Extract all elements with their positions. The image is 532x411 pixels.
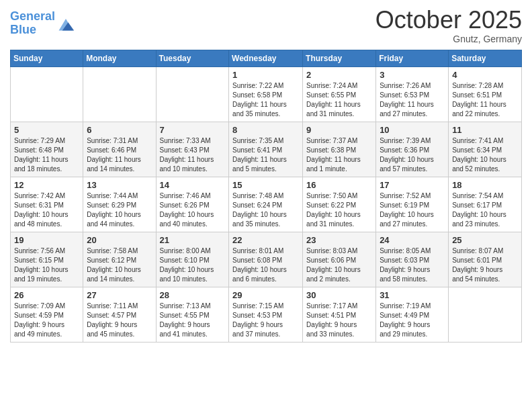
day-info: Sunrise: 7:31 AM Sunset: 6:46 PM Dayligh… [87, 136, 152, 174]
day-info: Sunrise: 7:17 AM Sunset: 4:51 PM Dayligh… [306, 302, 372, 339]
calendar-day-cell: 9Sunrise: 7:37 AM Sunset: 6:38 PM Daylig… [303, 122, 376, 177]
day-number: 21 [160, 235, 226, 245]
day-number: 13 [87, 180, 152, 190]
day-number: 24 [380, 235, 445, 245]
calendar-empty-cell [11, 66, 83, 122]
calendar-day-cell: 31Sunrise: 7:19 AM Sunset: 4:49 PM Dayli… [376, 287, 449, 342]
logo-icon [56, 14, 75, 33]
day-number: 22 [232, 235, 299, 245]
day-info: Sunrise: 8:00 AM Sunset: 6:10 PM Dayligh… [160, 246, 226, 284]
calendar-day-cell: 5Sunrise: 7:29 AM Sunset: 6:48 PM Daylig… [11, 122, 83, 177]
day-number: 19 [14, 235, 79, 245]
day-info: Sunrise: 7:33 AM Sunset: 6:43 PM Dayligh… [160, 136, 226, 174]
page: General Blue October 2025 Gnutz, Germany… [0, 0, 532, 411]
day-number: 26 [14, 290, 79, 300]
calendar-day-cell: 2Sunrise: 7:24 AM Sunset: 6:55 PM Daylig… [303, 66, 376, 122]
day-info: Sunrise: 8:05 AM Sunset: 6:03 PM Dayligh… [380, 246, 445, 284]
day-number: 25 [452, 235, 518, 245]
day-info: Sunrise: 7:11 AM Sunset: 4:57 PM Dayligh… [87, 302, 152, 339]
calendar-day-cell: 14Sunrise: 7:46 AM Sunset: 6:26 PM Dayli… [156, 177, 229, 232]
day-number: 17 [380, 180, 445, 190]
calendar-day-cell: 19Sunrise: 7:56 AM Sunset: 6:15 PM Dayli… [11, 232, 83, 287]
day-info: Sunrise: 8:01 AM Sunset: 6:08 PM Dayligh… [232, 246, 299, 284]
day-info: Sunrise: 7:37 AM Sunset: 6:38 PM Dayligh… [306, 136, 372, 174]
logo-line2: Blue [10, 23, 36, 36]
day-info: Sunrise: 7:15 AM Sunset: 4:53 PM Dayligh… [232, 302, 299, 339]
day-number: 23 [306, 235, 372, 245]
day-number: 20 [87, 235, 152, 245]
day-number: 11 [452, 125, 518, 135]
day-info: Sunrise: 8:03 AM Sunset: 6:06 PM Dayligh… [306, 246, 372, 284]
day-number: 15 [232, 180, 299, 190]
calendar-day-cell: 27Sunrise: 7:11 AM Sunset: 4:57 PM Dayli… [83, 287, 156, 342]
calendar-day-cell: 20Sunrise: 7:58 AM Sunset: 6:12 PM Dayli… [83, 232, 156, 287]
calendar-day-cell: 17Sunrise: 7:52 AM Sunset: 6:19 PM Dayli… [376, 177, 449, 232]
day-number: 4 [452, 70, 518, 80]
day-number: 18 [452, 180, 518, 190]
calendar-empty-cell [83, 66, 156, 122]
day-number: 9 [306, 125, 372, 135]
day-info: Sunrise: 7:56 AM Sunset: 6:15 PM Dayligh… [14, 246, 79, 284]
day-number: 7 [160, 125, 226, 135]
day-number: 2 [306, 70, 372, 80]
month-title: October 2025 [375, 7, 522, 34]
calendar-header-sunday: Sunday [11, 50, 83, 66]
day-info: Sunrise: 7:52 AM Sunset: 6:19 PM Dayligh… [380, 191, 445, 229]
calendar-day-cell: 8Sunrise: 7:35 AM Sunset: 6:41 PM Daylig… [229, 122, 303, 177]
day-number: 5 [14, 125, 79, 135]
calendar-day-cell: 18Sunrise: 7:54 AM Sunset: 6:17 PM Dayli… [449, 177, 522, 232]
day-number: 10 [380, 125, 445, 135]
calendar-header-wednesday: Wednesday [229, 50, 303, 66]
calendar-header-monday: Monday [83, 50, 156, 66]
calendar-header-saturday: Saturday [449, 50, 522, 66]
calendar-day-cell: 6Sunrise: 7:31 AM Sunset: 6:46 PM Daylig… [83, 122, 156, 177]
calendar-day-cell: 1Sunrise: 7:22 AM Sunset: 6:58 PM Daylig… [229, 66, 303, 122]
day-number: 6 [87, 125, 152, 135]
day-info: Sunrise: 7:19 AM Sunset: 4:49 PM Dayligh… [380, 302, 445, 339]
day-info: Sunrise: 7:50 AM Sunset: 6:22 PM Dayligh… [306, 191, 372, 229]
day-info: Sunrise: 7:46 AM Sunset: 6:26 PM Dayligh… [160, 191, 226, 229]
day-info: Sunrise: 8:07 AM Sunset: 6:01 PM Dayligh… [452, 246, 518, 284]
calendar-day-cell: 10Sunrise: 7:39 AM Sunset: 6:36 PM Dayli… [376, 122, 449, 177]
day-number: 16 [306, 180, 372, 190]
day-info: Sunrise: 7:44 AM Sunset: 6:29 PM Dayligh… [87, 191, 152, 229]
calendar-header-tuesday: Tuesday [156, 50, 229, 66]
day-number: 1 [232, 70, 299, 80]
logo-text: General Blue [10, 10, 75, 37]
calendar-day-cell: 26Sunrise: 7:09 AM Sunset: 4:59 PM Dayli… [11, 287, 83, 342]
logo: General Blue [10, 10, 75, 37]
day-info: Sunrise: 7:22 AM Sunset: 6:58 PM Dayligh… [232, 81, 299, 119]
calendar-empty-cell [449, 287, 522, 342]
title-block: October 2025 Gnutz, Germany [375, 7, 522, 44]
day-number: 30 [306, 290, 372, 300]
calendar-day-cell: 23Sunrise: 8:03 AM Sunset: 6:06 PM Dayli… [303, 232, 376, 287]
calendar-header-row: SundayMondayTuesdayWednesdayThursdayFrid… [11, 50, 522, 66]
day-info: Sunrise: 7:26 AM Sunset: 6:53 PM Dayligh… [380, 81, 445, 119]
calendar-day-cell: 12Sunrise: 7:42 AM Sunset: 6:31 PM Dayli… [11, 177, 83, 232]
calendar-day-cell: 30Sunrise: 7:17 AM Sunset: 4:51 PM Dayli… [303, 287, 376, 342]
calendar-week-row: 5Sunrise: 7:29 AM Sunset: 6:48 PM Daylig… [11, 122, 522, 177]
day-info: Sunrise: 7:54 AM Sunset: 6:17 PM Dayligh… [452, 191, 518, 229]
calendar-empty-cell [156, 66, 229, 122]
day-number: 28 [160, 290, 226, 300]
day-info: Sunrise: 7:41 AM Sunset: 6:34 PM Dayligh… [452, 136, 518, 174]
logo-line1: General [10, 9, 55, 23]
calendar-day-cell: 28Sunrise: 7:13 AM Sunset: 4:55 PM Dayli… [156, 287, 229, 342]
calendar-header-thursday: Thursday [303, 50, 376, 66]
day-number: 29 [232, 290, 299, 300]
day-number: 27 [87, 290, 152, 300]
calendar-day-cell: 24Sunrise: 8:05 AM Sunset: 6:03 PM Dayli… [376, 232, 449, 287]
calendar-day-cell: 25Sunrise: 8:07 AM Sunset: 6:01 PM Dayli… [449, 232, 522, 287]
day-info: Sunrise: 7:09 AM Sunset: 4:59 PM Dayligh… [14, 302, 79, 339]
day-info: Sunrise: 7:48 AM Sunset: 6:24 PM Dayligh… [232, 191, 299, 229]
day-number: 12 [14, 180, 79, 190]
header: General Blue October 2025 Gnutz, Germany [10, 7, 522, 44]
calendar-week-row: 12Sunrise: 7:42 AM Sunset: 6:31 PM Dayli… [11, 177, 522, 232]
calendar-header-friday: Friday [376, 50, 449, 66]
day-info: Sunrise: 7:24 AM Sunset: 6:55 PM Dayligh… [306, 81, 372, 119]
subtitle: Gnutz, Germany [375, 34, 522, 44]
day-info: Sunrise: 7:13 AM Sunset: 4:55 PM Dayligh… [160, 302, 226, 339]
calendar-day-cell: 16Sunrise: 7:50 AM Sunset: 6:22 PM Dayli… [303, 177, 376, 232]
calendar-week-row: 19Sunrise: 7:56 AM Sunset: 6:15 PM Dayli… [11, 232, 522, 287]
day-number: 14 [160, 180, 226, 190]
